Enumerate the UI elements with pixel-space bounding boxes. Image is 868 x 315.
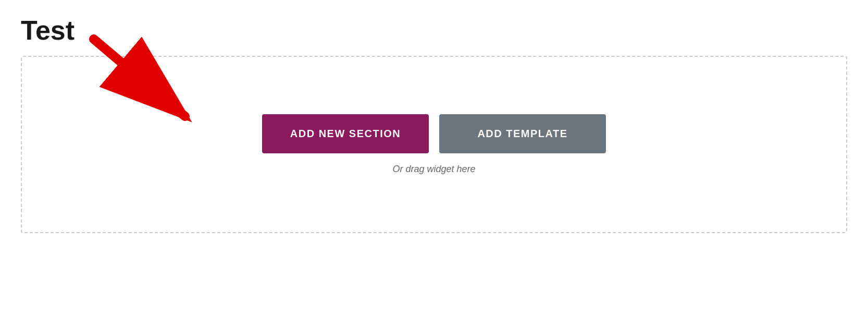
add-new-section-button[interactable]: ADD NEW SECTION [262,114,429,153]
action-buttons-row: ADD NEW SECTION ADD TEMPLATE [262,114,606,153]
page-title: Test [21,16,847,45]
page-container: Test ADD NEW SECTION ADD TEMPLATE Or dra… [0,0,868,315]
drag-hint-text: Or drag widget here [392,164,475,175]
add-template-button[interactable]: ADD TEMPLATE [439,114,606,153]
drop-zone: ADD NEW SECTION ADD TEMPLATE Or drag wid… [21,56,847,233]
